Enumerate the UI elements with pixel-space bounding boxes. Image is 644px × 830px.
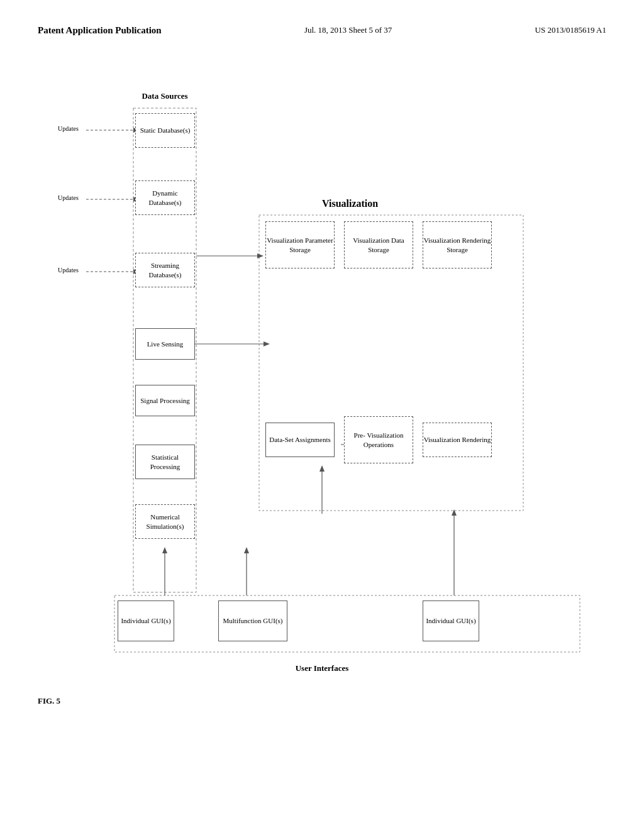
fig-label: FIG. 5 [38, 696, 606, 706]
svg-marker-14 [162, 547, 167, 553]
updates-label-2: Updates [58, 194, 79, 201]
page: Patent Application Publication Jul. 18, … [0, 0, 644, 830]
svg-marker-18 [452, 509, 457, 516]
header-left: Patent Application Publication [38, 25, 162, 36]
header-right: US 2013/0185619 A1 [535, 25, 606, 35]
pre-viz-box: Pre- Visualization Operations [344, 416, 413, 463]
dynamic-db-box: Dynamic Database(s) [135, 180, 195, 215]
diagram-area: Data Sources Updates Updates Updates Sta… [52, 74, 592, 677]
static-db-box: Static Database(s) [135, 113, 195, 148]
numerical-simulation-box: Numerical Simulation(s) [135, 504, 195, 539]
updates-label-3: Updates [58, 267, 79, 274]
svg-rect-23 [114, 595, 580, 652]
diagram-arrows [52, 74, 592, 677]
viz-rendering-box: Visualization Rendering [423, 423, 492, 457]
dataset-assign-box: Data-Set Assignments [265, 423, 335, 457]
streaming-db-box: Streaming Database(s) [135, 253, 195, 287]
user-interfaces-label: User Interfaces [52, 663, 592, 673]
individual-gui-left-box: Individual GUI(s) [118, 600, 174, 641]
signal-processing-box: Signal Processing [135, 385, 195, 416]
viz-rendering-storage-box: Visualization Rendering Storage [423, 221, 492, 268]
viz-param-box: Visualization Parameter Storage [265, 221, 335, 268]
data-sources-label: Data Sources [133, 91, 196, 101]
header-center: Jul. 18, 2013 Sheet 5 of 37 [304, 25, 392, 35]
live-sensing-box: Live Sensing [135, 328, 195, 360]
svg-marker-7 [264, 341, 270, 346]
individual-gui-right-box: Individual GUI(s) [423, 600, 479, 641]
multifunction-gui-box: Multifunction GUI(s) [218, 600, 287, 641]
statistical-processing-box: Statistical Processing [135, 445, 195, 479]
page-header: Patent Application Publication Jul. 18, … [38, 25, 606, 36]
svg-marker-20 [319, 465, 325, 472]
updates-label-1: Updates [58, 125, 79, 132]
viz-data-box: Visualization Data Storage [344, 221, 413, 268]
visualization-label: Visualization [322, 198, 378, 209]
svg-marker-11 [257, 253, 264, 258]
svg-marker-16 [244, 547, 249, 553]
